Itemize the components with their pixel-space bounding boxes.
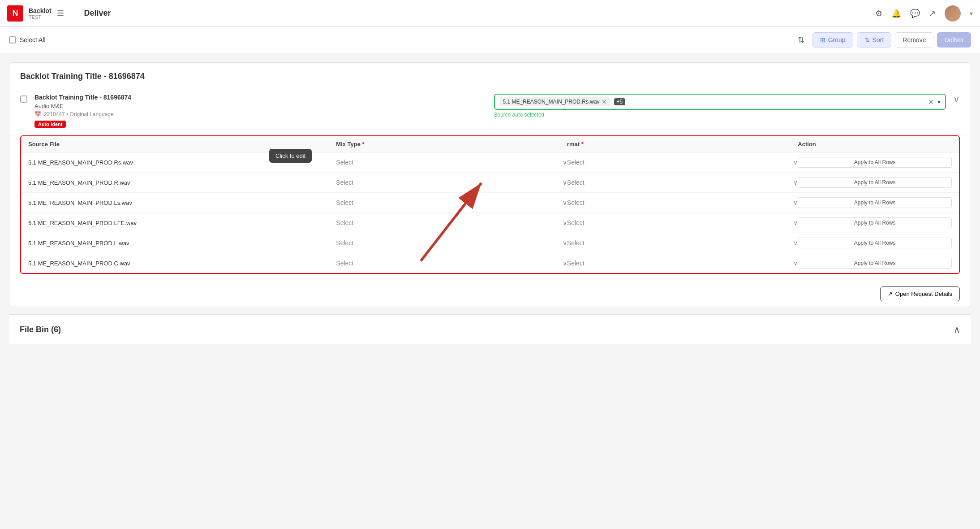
mix-type-chevron-2[interactable]: ∨ bbox=[563, 199, 567, 206]
sort-button[interactable]: ⇅ Sort bbox=[857, 32, 892, 48]
header-divider bbox=[75, 5, 75, 22]
source-tag-close-icon[interactable]: ✕ bbox=[602, 98, 607, 105]
cell-format-1[interactable]: Select ∨ bbox=[567, 177, 798, 188]
format-chevron-3[interactable]: ∨ bbox=[793, 219, 798, 226]
sort-icon: ⇅ bbox=[864, 36, 870, 43]
format-chevron-4[interactable]: ∨ bbox=[793, 239, 798, 247]
mix-type-chevron-3[interactable]: ∨ bbox=[563, 219, 567, 226]
app-subtitle: TEST bbox=[29, 14, 52, 20]
app-logo: N bbox=[7, 5, 23, 22]
table-row: 5.1 ME_REASON_MAIN_PROD.R.wav Select ∨ S… bbox=[21, 173, 959, 193]
format-chevron-0[interactable]: ∨ bbox=[793, 159, 798, 166]
avatar-image bbox=[945, 5, 961, 22]
app-name: Backlot TEST bbox=[29, 7, 52, 20]
col-mix-type: Mix Type * bbox=[336, 141, 567, 147]
item-meta: 📅 2210447 • Original Language bbox=[34, 111, 487, 117]
mix-type-chevron-1[interactable]: ∨ bbox=[563, 179, 567, 186]
source-count-badge: +5 bbox=[614, 98, 626, 105]
sort-label: Sort bbox=[873, 36, 884, 43]
settings-icon[interactable]: ⚙ bbox=[875, 9, 882, 18]
deliver-button[interactable]: Deliver bbox=[937, 32, 971, 48]
table-row: 5.1 ME_REASON_MAIN_PROD.C.wav Select ∨ S… bbox=[21, 253, 959, 273]
item-expand-icon[interactable]: ∨ bbox=[953, 94, 960, 104]
source-clear-icon[interactable]: ✕ bbox=[928, 98, 934, 106]
item-info: Backlot Training Title - 81696874 Audio … bbox=[34, 94, 487, 128]
table-row: 5.1 ME_REASON_MAIN_PROD.L.wav Select ∨ S… bbox=[21, 233, 959, 253]
app-header: N Backlot TEST ☰ Deliver ⚙ 🔔 💬 ↗ ▾ bbox=[0, 0, 980, 27]
source-tag: 5.1 ME_REASON_MAIN_PROD.Rs.wav ✕ bbox=[499, 97, 610, 106]
cell-format-4[interactable]: Select ∨ bbox=[567, 238, 798, 248]
click-to-edit-tooltip: Click to edit bbox=[269, 149, 312, 163]
page-title: Deliver bbox=[84, 9, 111, 18]
table-row: 5.1 ME_REASON_MAIN_PROD.Ls.wav Select ∨ … bbox=[21, 193, 959, 213]
file-bin-row[interactable]: File Bin (6) ∧ bbox=[9, 314, 971, 344]
item-row: Backlot Training Title - 81696874 Audio … bbox=[9, 87, 971, 135]
mix-type-chevron-0[interactable]: ∨ bbox=[563, 159, 567, 166]
cell-source-3: 5.1 ME_REASON_MAIN_PROD.LFE.wav bbox=[28, 220, 336, 226]
cell-mix-type-5[interactable]: Select ∨ bbox=[336, 258, 567, 269]
external-link-icon[interactable]: ↗ bbox=[929, 9, 936, 18]
app-title: Backlot bbox=[29, 7, 52, 14]
remove-button[interactable]: Remove bbox=[895, 32, 933, 48]
group-icon: ⊞ bbox=[820, 36, 825, 43]
hamburger-icon[interactable]: ☰ bbox=[57, 9, 64, 18]
cell-mix-type-3[interactable]: Select ∨ bbox=[336, 217, 567, 228]
format-chevron-1[interactable]: ∨ bbox=[793, 179, 798, 186]
cell-format-0[interactable]: Select ∨ bbox=[567, 157, 798, 168]
cell-format-3[interactable]: Select ∨ bbox=[567, 217, 798, 228]
apply-all-rows-button-5[interactable]: Apply to All Rows bbox=[798, 258, 952, 269]
source-input-box[interactable]: 5.1 ME_REASON_MAIN_PROD.Rs.wav ✕ +5 ✕ ▾ bbox=[494, 94, 946, 110]
apply-all-rows-button-4[interactable]: Apply to All Rows bbox=[798, 238, 952, 248]
notification-icon[interactable]: 🔔 bbox=[891, 9, 901, 18]
source-dropdown-icon[interactable]: ▾ bbox=[937, 98, 941, 105]
toolbar: Select All ⇅ ⊞ Group ⇅ Sort Remove Deliv… bbox=[0, 27, 980, 53]
format-chevron-5[interactable]: ∨ bbox=[793, 260, 798, 267]
apply-all-rows-button-2[interactable]: Apply to All Rows bbox=[798, 197, 952, 208]
remove-label: Remove bbox=[903, 36, 926, 43]
auto-ident-badge: Auto Ident bbox=[34, 121, 66, 128]
open-request-button[interactable]: ↗ Open Request Details bbox=[880, 286, 960, 301]
section-title: Backlot Training Title - 81696874 bbox=[9, 63, 971, 87]
cell-mix-type-1[interactable]: Select ∨ bbox=[336, 177, 567, 188]
avatar[interactable] bbox=[945, 5, 961, 22]
table-header: Source File Mix Type * rmat * Action bbox=[21, 136, 959, 152]
select-all-label: Select All bbox=[20, 36, 46, 43]
cell-format-5[interactable]: Select ∨ bbox=[567, 258, 798, 269]
item-checkbox[interactable] bbox=[20, 95, 27, 103]
cell-source-1: 5.1 ME_REASON_MAIN_PROD.R.wav bbox=[28, 179, 336, 186]
col-action: Action bbox=[798, 141, 952, 147]
item-meta-text: 2210447 • Original Language bbox=[44, 111, 114, 117]
cell-mix-type-0[interactable]: Select ∨ bbox=[336, 157, 567, 168]
col-source-file: Source File bbox=[28, 141, 336, 147]
cell-mix-type-4[interactable]: Select ∨ bbox=[336, 238, 567, 248]
section-card: Backlot Training Title - 81696874 Backlo… bbox=[9, 62, 971, 307]
group-button[interactable]: ⊞ Group bbox=[812, 32, 853, 48]
btn-group: ⊞ Group ⇅ Sort Remove Deliver bbox=[812, 32, 971, 48]
open-request-row: ↗ Open Request Details bbox=[9, 281, 971, 307]
filter-button[interactable]: ⇅ bbox=[795, 32, 807, 48]
cell-source-5: 5.1 ME_REASON_MAIN_PROD.C.wav bbox=[28, 260, 336, 267]
mix-type-chevron-5[interactable]: ∨ bbox=[563, 260, 567, 267]
avatar-chevron-icon[interactable]: ▾ bbox=[970, 10, 973, 17]
file-bin-collapse-icon[interactable]: ∧ bbox=[954, 324, 960, 335]
open-request-icon: ↗ bbox=[888, 291, 893, 297]
group-label: Group bbox=[828, 36, 846, 43]
select-all-checkbox[interactable] bbox=[9, 36, 16, 43]
select-all-container[interactable]: Select All bbox=[9, 36, 46, 43]
table-body: 5.1 ME_REASON_MAIN_PROD.Rs.wav Select ∨ … bbox=[21, 152, 959, 273]
table-row: 5.1 ME_REASON_MAIN_PROD.Rs.wav Select ∨ … bbox=[21, 152, 959, 173]
format-chevron-2[interactable]: ∨ bbox=[793, 199, 798, 206]
apply-all-rows-button-0[interactable]: Apply to All Rows bbox=[798, 157, 952, 168]
apply-all-rows-button-1[interactable]: Apply to All Rows bbox=[798, 177, 952, 188]
mix-type-chevron-4[interactable]: ∨ bbox=[563, 239, 567, 247]
deliver-label: Deliver bbox=[944, 36, 964, 43]
col-format: rmat * bbox=[567, 141, 798, 147]
cell-format-2[interactable]: Select ∨ bbox=[567, 197, 798, 208]
source-selector-area: 5.1 ME_REASON_MAIN_PROD.Rs.wav ✕ +5 ✕ ▾ … bbox=[494, 94, 946, 118]
item-track: Audio M&E bbox=[34, 103, 487, 109]
chat-icon[interactable]: 💬 bbox=[910, 9, 920, 18]
cell-source-4: 5.1 ME_REASON_MAIN_PROD.L.wav bbox=[28, 240, 336, 247]
table-wrapper: Source File Mix Type * rmat * Action 5.1… bbox=[9, 135, 971, 274]
apply-all-rows-button-3[interactable]: Apply to All Rows bbox=[798, 217, 952, 228]
cell-mix-type-2[interactable]: Select ∨ bbox=[336, 197, 567, 208]
